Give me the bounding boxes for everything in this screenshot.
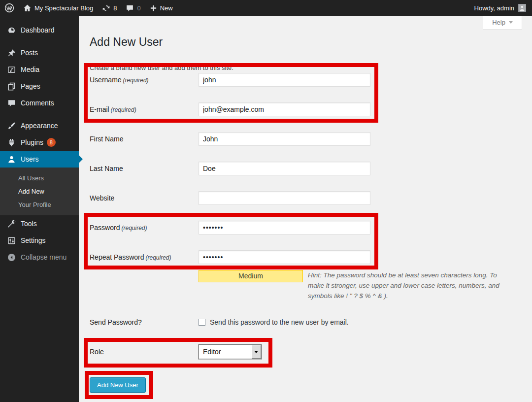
menu-separator bbox=[0, 111, 79, 117]
admin-sidebar: Dashboard Posts Media bbox=[0, 16, 79, 402]
first-name-field[interactable] bbox=[199, 132, 370, 146]
sidebar-label: Collapse menu bbox=[21, 253, 66, 261]
strength-meter-wrap: Medium bbox=[199, 270, 308, 293]
sidebar-item-posts[interactable]: Posts bbox=[0, 44, 79, 61]
settings-sliders-icon bbox=[6, 236, 16, 245]
required-note: (required) bbox=[121, 225, 147, 232]
username-label: Username(required) bbox=[90, 76, 199, 84]
wordpress-logo-icon bbox=[4, 3, 14, 13]
collapse-menu-button[interactable]: Collapse menu bbox=[0, 249, 79, 266]
site-name-menu[interactable]: My Spectacular Blog bbox=[19, 0, 98, 16]
sidebar-item-media[interactable]: Media bbox=[0, 61, 79, 78]
send-password-label: Send Password? bbox=[90, 318, 199, 326]
pushpin-icon bbox=[6, 49, 16, 57]
update-count: 8 bbox=[113, 4, 117, 12]
help-label: Help bbox=[492, 19, 505, 26]
chevron-down-icon bbox=[254, 351, 258, 353]
form-row-password: Password(required) bbox=[90, 213, 507, 242]
send-password-checkbox-label: Send this password to the new user by em… bbox=[210, 318, 349, 326]
sidebar-item-pages[interactable]: Pages bbox=[0, 78, 79, 95]
form-row-website: Website bbox=[90, 183, 507, 213]
new-content-menu[interactable]: New bbox=[145, 0, 177, 16]
form-row-last-name: Last Name bbox=[90, 154, 507, 183]
sidebar-item-users[interactable]: Users bbox=[0, 151, 79, 168]
password-field[interactable] bbox=[199, 221, 370, 234]
howdy-text: Howdy, admin bbox=[474, 4, 514, 12]
comment-count: 0 bbox=[137, 4, 140, 12]
update-icon bbox=[102, 4, 110, 12]
sidebar-item-settings[interactable]: Settings bbox=[0, 232, 79, 249]
last-name-field[interactable] bbox=[199, 162, 370, 175]
form-row-password-strength: Medium Hint: The password should be at l… bbox=[90, 270, 507, 307]
role-select-arrow-button[interactable] bbox=[251, 345, 261, 359]
form-row-repeat-password: Repeat Password(required) bbox=[90, 242, 507, 272]
required-note: (required) bbox=[123, 77, 149, 84]
role-select[interactable]: Editor bbox=[199, 344, 262, 359]
chevron-down-icon bbox=[509, 21, 513, 24]
my-account-menu[interactable]: Howdy, admin bbox=[470, 0, 514, 16]
send-password-checkbox[interactable] bbox=[199, 319, 205, 326]
paintbrush-icon bbox=[6, 122, 16, 130]
sidebar-label: Media bbox=[21, 66, 39, 73]
last-name-label: Last Name bbox=[90, 165, 199, 172]
user-icon bbox=[6, 155, 16, 164]
admin-bar: My Spectacular Blog 8 0 New Howdy, admin bbox=[0, 0, 532, 16]
required-note: (required) bbox=[146, 254, 171, 261]
sidebar-item-comments[interactable]: Comments bbox=[0, 95, 79, 111]
website-field[interactable] bbox=[199, 191, 370, 205]
sidebar-item-appearance[interactable]: Appearance bbox=[0, 117, 79, 134]
wrench-icon bbox=[6, 220, 16, 228]
page-title: Add New User bbox=[90, 35, 163, 49]
media-icon bbox=[6, 66, 16, 74]
email-field[interactable] bbox=[199, 102, 370, 116]
required-note: (required) bbox=[111, 106, 136, 113]
sidebar-label: Pages bbox=[21, 82, 40, 90]
sidebar-label: Plugins bbox=[21, 138, 43, 146]
plugin-update-badge: 8 bbox=[47, 138, 56, 147]
avatar[interactable] bbox=[518, 4, 526, 12]
comments-menu[interactable]: 0 bbox=[121, 0, 145, 16]
updates-menu[interactable]: 8 bbox=[98, 0, 121, 16]
sidebar-label: Users bbox=[21, 155, 39, 163]
submenu-add-new[interactable]: Add New bbox=[0, 185, 79, 198]
plus-icon bbox=[150, 4, 157, 12]
first-name-label: First Name bbox=[90, 135, 199, 143]
role-label: Role bbox=[90, 348, 199, 356]
help-button[interactable]: Help bbox=[483, 16, 522, 30]
username-field[interactable] bbox=[199, 73, 370, 87]
form-row-username: Username(required) bbox=[90, 65, 507, 95]
comments-icon bbox=[6, 99, 16, 107]
submenu-all-users[interactable]: All Users bbox=[0, 171, 79, 185]
repeat-password-field[interactable] bbox=[199, 250, 370, 264]
website-label: Website bbox=[90, 194, 199, 202]
sidebar-item-tools[interactable]: Tools bbox=[0, 215, 79, 232]
wordpress-logo-menu[interactable] bbox=[0, 0, 19, 16]
repeat-password-label: Repeat Password(required) bbox=[90, 253, 199, 261]
comment-bubble-icon bbox=[126, 4, 134, 12]
form-row-send-password: Send Password? Send this password to the… bbox=[90, 307, 507, 337]
collapse-arrow-icon bbox=[6, 253, 16, 262]
new-label: New bbox=[160, 4, 173, 12]
sidebar-item-dashboard[interactable]: Dashboard bbox=[0, 22, 79, 38]
add-new-user-button[interactable]: Add New User bbox=[90, 377, 146, 393]
sidebar-label: Appearance bbox=[21, 122, 58, 130]
submenu-your-profile[interactable]: Your Profile bbox=[0, 198, 79, 211]
sidebar-item-plugins[interactable]: Plugins 8 bbox=[0, 134, 79, 151]
dashboard-icon bbox=[6, 26, 16, 34]
sidebar-label: Comments bbox=[21, 99, 54, 107]
form-row-role: Role Editor bbox=[90, 337, 507, 367]
users-submenu: All Users Add New Your Profile bbox=[0, 168, 79, 215]
pages-icon bbox=[6, 82, 16, 91]
home-icon bbox=[23, 4, 32, 12]
site-name: My Spectacular Blog bbox=[34, 4, 93, 12]
email-label: E-mail(required) bbox=[90, 105, 199, 113]
strength-field: Medium Hint: The password should be at l… bbox=[199, 270, 507, 301]
role-selected-value: Editor bbox=[199, 348, 251, 356]
sidebar-label: Tools bbox=[21, 220, 37, 228]
add-user-form: Username(required) E-mail(required) Firs… bbox=[90, 65, 507, 393]
sidebar-label: Dashboard bbox=[21, 26, 55, 34]
form-row-first-name: First Name bbox=[90, 124, 507, 154]
password-label: Password(required) bbox=[90, 224, 199, 232]
sidebar-label: Settings bbox=[21, 236, 46, 244]
menu-separator bbox=[0, 38, 79, 44]
